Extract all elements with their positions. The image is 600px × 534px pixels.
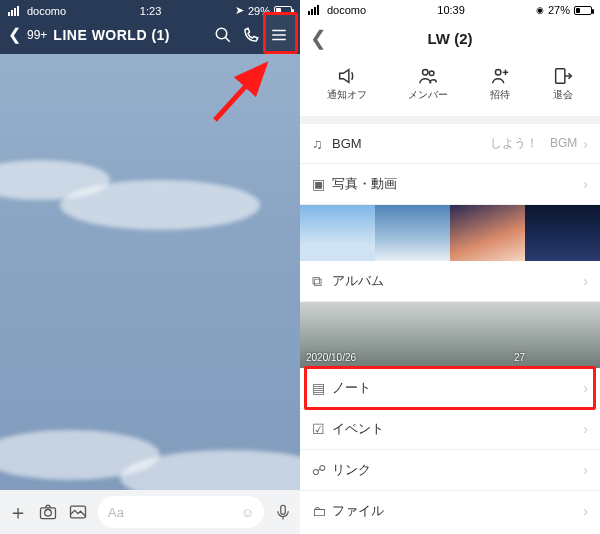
label: 写真・動画 (332, 175, 577, 193)
chevron-right-icon: › (583, 503, 588, 519)
carrier-label: docomo (27, 5, 66, 17)
chevron-right-icon: › (583, 380, 588, 396)
call-icon[interactable] (242, 26, 264, 44)
chat-menu-screen: docomo 10:39 ◉ 27% ❮ LW (2) 通知オフ メンバー 招待… (300, 0, 600, 534)
svg-point-0 (216, 28, 227, 39)
invite-button[interactable]: 招待 (489, 64, 511, 102)
placeholder: Aa (108, 505, 124, 520)
invite-icon (489, 64, 511, 88)
label: 通知オフ (327, 88, 367, 102)
speaker-icon (327, 64, 367, 88)
chevron-right-icon: › (583, 176, 588, 192)
chat-footer: ＋ Aa ☺ (0, 490, 300, 534)
label: 退会 (552, 88, 574, 102)
chat-title: LINE WORLD (1) (53, 27, 208, 43)
leave-button[interactable]: 退会 (552, 64, 574, 102)
label: メンバー (408, 88, 448, 102)
label: 招待 (489, 88, 511, 102)
svg-rect-16 (555, 69, 564, 84)
chat-header: ❮ 99+ LINE WORLD (1) (0, 19, 300, 54)
back-button[interactable]: ❮ (310, 26, 334, 50)
mic-icon[interactable] (274, 502, 292, 522)
battery-icon (574, 6, 592, 15)
signal-icon (308, 5, 319, 15)
svg-point-7 (45, 510, 52, 517)
chevron-right-icon: › (583, 421, 588, 437)
emoji-icon[interactable]: ☺ (241, 505, 254, 520)
clock: 10:39 (366, 4, 536, 16)
svg-line-1 (225, 37, 230, 42)
carrier-label: docomo (327, 4, 366, 16)
battery-pct: 27% (548, 4, 570, 16)
svg-line-5 (215, 65, 265, 120)
status-bar-left: docomo 1:23 ➤ 29% (0, 0, 300, 19)
clock: 1:23 (66, 5, 235, 17)
photo-thumbnails[interactable] (300, 205, 600, 261)
link-row[interactable]: ☍ リンク › (300, 450, 600, 491)
annotation-menu-highlight (263, 12, 298, 54)
label: ノート (332, 379, 577, 397)
bgm-sub: しよう！ BGM (490, 135, 577, 152)
svg-rect-9 (281, 505, 286, 514)
photo-icon: ▣ (312, 176, 332, 192)
album-date: 2020/10/26 (306, 352, 356, 363)
camera-icon[interactable] (38, 502, 58, 522)
link-icon: ☍ (312, 462, 332, 478)
unread-badge: 99+ (27, 28, 47, 42)
label: リンク (332, 461, 577, 479)
action-row: 通知オフ メンバー 招待 退会 (300, 54, 600, 124)
chevron-right-icon: › (583, 273, 588, 289)
note-icon: ▤ (312, 380, 332, 396)
note-row[interactable]: ▤ ノート › (300, 368, 600, 409)
album-date: 27 (514, 352, 525, 363)
message-input[interactable]: Aa ☺ (98, 496, 264, 528)
plus-button[interactable]: ＋ (8, 499, 28, 526)
label: ファイル (332, 502, 577, 520)
chevron-right-icon: › (583, 136, 588, 152)
event-row[interactable]: ☑ イベント › (300, 409, 600, 450)
menu-title: LW (2) (334, 30, 566, 47)
music-icon: ♫ (312, 136, 332, 152)
album-icon: ⧉ (312, 273, 332, 290)
annotation-arrow (210, 60, 280, 130)
file-icon: 🗀 (312, 503, 332, 519)
chevron-right-icon: › (583, 462, 588, 478)
mute-button[interactable]: 通知オフ (327, 64, 367, 102)
label: イベント (332, 420, 577, 438)
album-thumbnails[interactable]: 2020/10/26 27 (300, 302, 600, 368)
photos-row[interactable]: ▣ 写真・動画 › (300, 164, 600, 205)
gallery-icon[interactable] (68, 502, 88, 522)
file-row[interactable]: 🗀 ファイル › (300, 491, 600, 531)
search-icon[interactable] (214, 26, 236, 44)
chat-screen: docomo 1:23 ➤ 29% ❮ 99+ LINE WORLD (1) ＋ (0, 0, 300, 534)
leave-icon (552, 64, 574, 88)
members-button[interactable]: メンバー (408, 64, 448, 102)
label: BGM (332, 136, 490, 151)
status-bar-right: docomo 10:39 ◉ 27% (300, 0, 600, 18)
svg-point-11 (422, 70, 428, 76)
album-row[interactable]: ⧉ アルバム › (300, 261, 600, 302)
back-button[interactable]: ❮ (8, 25, 21, 44)
signal-icon (8, 6, 19, 16)
bgm-row[interactable]: ♫ BGM しよう！ BGM › (300, 124, 600, 164)
menu-header: ❮ LW (2) (300, 18, 600, 54)
label: アルバム (332, 272, 577, 290)
nav-arrow-icon: ➤ (235, 4, 244, 17)
svg-point-13 (495, 70, 501, 76)
event-icon: ☑ (312, 421, 332, 437)
members-icon (408, 64, 448, 88)
svg-point-12 (429, 71, 434, 76)
